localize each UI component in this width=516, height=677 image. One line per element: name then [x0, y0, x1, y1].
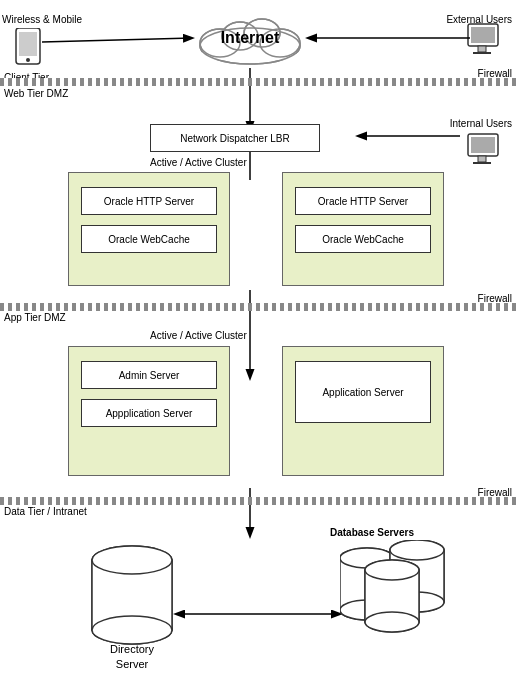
- svg-line-18: [42, 38, 192, 42]
- svg-rect-17: [473, 52, 491, 54]
- firewall-stripe-3: [0, 497, 516, 505]
- svg-rect-16: [478, 46, 486, 52]
- database-cluster: [340, 540, 500, 642]
- app-tier-dmz-label: App Tier DMZ: [4, 312, 66, 323]
- firewall-stripe-2: [0, 303, 516, 311]
- internal-computer-icon: [466, 132, 506, 172]
- svg-point-62: [365, 560, 419, 580]
- app-server-left-box: Appplication Server: [81, 399, 217, 427]
- svg-rect-28: [471, 137, 495, 153]
- internal-users-label: Internal Users: [450, 118, 512, 129]
- firewall-label-3: Firewall: [478, 487, 512, 498]
- web-tier-left-outer: Oracle HTTP Server Oracle WebCache: [68, 172, 230, 286]
- svg-point-37: [92, 616, 172, 644]
- wireless-mobile-label: Wireless & Mobile: [2, 14, 82, 25]
- active-cluster-app-label: Active / Active Cluster: [150, 330, 247, 341]
- oracle-http-right-box: Oracle HTTP Server: [295, 187, 431, 215]
- app-server-right-box: Application Server: [295, 361, 431, 423]
- internet-label: Internet: [221, 29, 280, 47]
- svg-point-38: [92, 546, 172, 574]
- external-computer-icon: [466, 22, 506, 62]
- oracle-webcache-right-box: Oracle WebCache: [295, 225, 431, 253]
- svg-rect-15: [471, 27, 495, 43]
- svg-point-13: [26, 58, 30, 62]
- svg-rect-29: [478, 156, 486, 162]
- data-tier-label: Data Tier / Intranet: [4, 506, 87, 517]
- internet-cloud: Internet: [190, 8, 310, 68]
- svg-point-54: [390, 540, 444, 560]
- oracle-webcache-left-box: Oracle WebCache: [81, 225, 217, 253]
- app-tier-left-outer: Admin Server Appplication Server: [68, 346, 230, 476]
- database-servers-label: Database Servers: [330, 527, 414, 538]
- directory-server-cylinder: DirectoryServer: [82, 540, 182, 673]
- svg-point-61: [365, 612, 419, 632]
- app-tier-right-outer: Application Server: [282, 346, 444, 476]
- firewall-label-1: Firewall: [478, 68, 512, 79]
- web-tier-dmz-label: Web Tier DMZ: [4, 88, 68, 99]
- mobile-device-icon: [14, 28, 42, 68]
- network-dispatcher-box: Network Dispatcher LBR: [150, 124, 320, 152]
- admin-server-box: Admin Server: [81, 361, 217, 389]
- web-tier-right-outer: Oracle HTTP Server Oracle WebCache: [282, 172, 444, 286]
- svg-rect-12: [19, 32, 37, 56]
- architecture-diagram: Internet Wireless & Mobile External User…: [0, 0, 516, 677]
- active-cluster-web-label: Active / Active Cluster: [150, 157, 247, 168]
- oracle-http-left-box: Oracle HTTP Server: [81, 187, 217, 215]
- svg-rect-30: [473, 162, 491, 164]
- firewall-stripe-1: [0, 78, 516, 86]
- firewall-label-2: Firewall: [478, 293, 512, 304]
